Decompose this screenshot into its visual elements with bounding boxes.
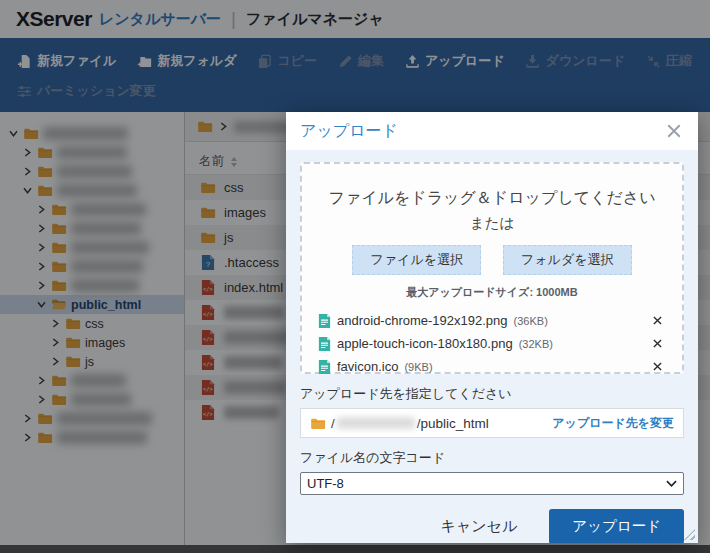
modal-title: アップロード (300, 121, 398, 142)
upload-file-size: (36KB) (514, 315, 548, 327)
encoding-select[interactable]: UTF-8 (300, 472, 684, 495)
remove-icon (653, 362, 662, 371)
remove-icon (653, 339, 662, 348)
remove-file-button[interactable] (649, 314, 666, 327)
cancel-button[interactable]: キャンセル (441, 517, 518, 536)
upload-file-row: favicon.ico(9KB) (314, 355, 670, 378)
upload-file-size: (32KB) (519, 338, 553, 350)
upload-file-name: favicon.ico (337, 359, 398, 374)
destination-label: アップロード先を指定してください (300, 385, 684, 403)
dropzone-or-label: または (314, 214, 670, 233)
upload-modal: アップロード ファイルをドラッグ＆ドロップしてください または ファイルを選択 … (286, 112, 698, 543)
upload-file-name: android-chrome-192x192.png (337, 313, 508, 328)
folder-icon (310, 417, 326, 430)
modal-actions: キャンセル アップロード (300, 509, 684, 543)
close-icon (666, 123, 682, 139)
dropzone-buttons: ファイルを選択 フォルダを選択 (314, 245, 670, 275)
upload-file-list: android-chrome-192x192.png(36KB)apple-to… (314, 309, 670, 378)
destination-path: / /public_html アップロード先を変更 (300, 408, 684, 438)
select-folder-button[interactable]: フォルダを選択 (503, 245, 632, 275)
upload-file-name: apple-touch-icon-180x180.png (337, 336, 513, 351)
select-file-button[interactable]: ファイルを選択 (352, 245, 481, 275)
remove-file-button[interactable] (649, 360, 666, 373)
encoding-select-wrap: UTF-8 (300, 472, 684, 495)
path-suffix: /public_html (417, 416, 489, 431)
upload-file-size: (9KB) (404, 361, 432, 373)
max-upload-size-note: 最大アップロードサイズ: 1000MB (314, 285, 670, 300)
document-file-icon (318, 359, 331, 375)
remove-icon (653, 316, 662, 325)
modal-header: アップロード (286, 112, 698, 150)
upload-file-row: apple-touch-icon-180x180.png(32KB) (314, 332, 670, 355)
dropzone-instruction: ファイルをドラッグ＆ドロップしてください (314, 188, 670, 209)
close-button[interactable] (664, 121, 684, 141)
modal-body: ファイルをドラッグ＆ドロップしてください または ファイルを選択 フォルダを選択… (286, 150, 698, 543)
upload-file-row: android-chrome-192x192.png(36KB) (314, 309, 670, 332)
upload-submit-button[interactable]: アップロード (549, 509, 684, 543)
document-file-icon (318, 336, 331, 352)
drag-drop-zone[interactable]: ファイルをドラッグ＆ドロップしてください または ファイルを選択 フォルダを選択… (300, 162, 684, 374)
path-prefix: / (331, 416, 335, 431)
remove-file-button[interactable] (649, 337, 666, 350)
file-manager-screen: XServer レンタルサーバー | ファイルマネージャ 新規ファイル新規フォル… (0, 0, 710, 553)
change-destination-link[interactable]: アップロード先を変更 (552, 415, 674, 432)
document-file-icon (318, 313, 331, 329)
redacted-path-segment (337, 417, 415, 429)
encoding-label: ファイル名の文字コード (300, 449, 684, 467)
